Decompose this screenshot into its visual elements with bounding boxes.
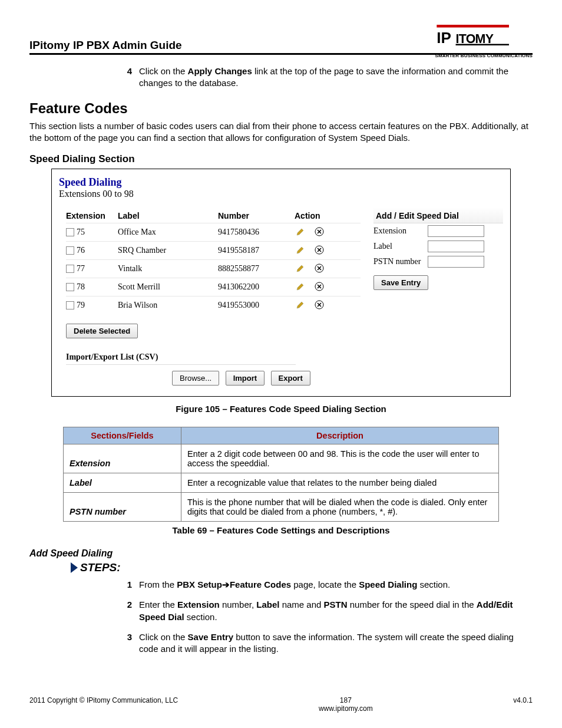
step-number: 1 [112,579,139,591]
doc-title: IPitomy IP PBX Admin Guide [29,39,182,52]
step-body: From the PBX Setup➔Feature Codes page, l… [139,579,533,591]
panel-title: Speed Dialing [59,176,503,189]
footer-copyright: 2011 Copyright © IPitomy Communication, … [29,696,178,713]
cell-number: 9417580436 [218,228,295,237]
step-number: 3 [112,631,139,655]
col-extension: Extension [66,211,118,220]
add-edit-panel: Add / Edit Speed Dial Extension Label PS… [373,207,503,386]
table-header: Extension Label Number Action [66,207,361,223]
row-name: Label [64,473,181,493]
text: Enter the [139,599,177,610]
edit-icon[interactable] [295,226,306,238]
cell-ext: 78 [77,282,85,292]
col-label: Label [118,211,218,220]
step-4: 4 Click on the Apply Changes link at the… [112,65,533,90]
col-action: Action [295,211,336,220]
cell-ext: 79 [77,301,85,310]
text: Click on the [139,632,188,642]
col-number: Number [218,211,295,220]
row-checkbox[interactable] [66,283,74,291]
delete-icon[interactable] [313,299,325,311]
import-button[interactable]: Import [226,371,265,386]
row-checkbox[interactable] [66,265,74,273]
cell-label: Scott Merrill [118,282,218,292]
th-sections: Sections/Fields [64,427,181,444]
page-header: IPitomy IP PBX Admin Guide IP ITOMY SMAR… [29,25,533,55]
bold-text: Label [256,599,279,610]
cell-label: Vintalk [118,264,218,274]
bold-text: Save Entry [188,632,234,642]
arrow-icon: ➔ [222,579,230,589]
bold-text: Speed Dialing [359,579,417,589]
feature-codes-heading: Feature Codes [29,100,533,117]
edit-icon[interactable] [295,262,306,274]
logo-tagline: SMARTER BUSINESS COMMUNICATIONS [435,53,533,58]
delete-icon[interactable] [313,262,325,274]
table-69-caption: Table 69 – Features Code Settings and De… [29,525,533,535]
cell-label: SRQ Chamber [118,246,218,255]
form-label-pstn: PSTN number [373,257,428,266]
delete-selected-button[interactable]: Delete Selected [66,324,138,338]
svg-text:ITOMY: ITOMY [456,32,494,46]
text: section. [417,579,450,589]
browse-button[interactable]: Browse... [172,371,219,386]
row-checkbox[interactable] [66,246,74,255]
step-1: 1 From the PBX Setup➔Feature Codes page,… [112,579,533,591]
table-row: 76 SRQ Chamber 9419558187 [66,241,361,259]
edit-icon[interactable] [295,299,306,311]
import-export-header: Import/Export List (CSV) [66,350,296,365]
figure-105-caption: Figure 105 – Features Code Speed Dialing… [29,404,533,414]
delete-icon[interactable] [313,281,325,292]
table-row: 75 Office Max 9417580436 [66,223,361,241]
step-number: 2 [112,599,139,623]
label-input[interactable] [428,241,484,252]
cell-ext: 77 [77,264,85,274]
text: number for the speed dial in the [348,599,477,610]
speed-dial-list: Extension Label Number Action 75 Office … [59,207,361,386]
cell-ext: 75 [77,228,85,237]
bold-text: Extension [177,599,220,610]
export-button[interactable]: Export [271,371,310,386]
steps-heading: STEPS: [71,561,533,574]
cell-label: Office Max [118,228,218,237]
panel-subtitle: Extensions 00 to 98 [59,189,503,199]
footer-page-number: 187 [178,696,513,704]
delete-icon[interactable] [313,226,325,238]
triangle-icon [71,562,78,573]
cell-label: Bria Wilson [118,301,218,310]
edit-icon[interactable] [295,281,306,292]
row-desc: This is the phone number that will be di… [181,493,499,522]
svg-text:IP: IP [437,29,452,47]
extension-input[interactable] [428,225,484,237]
table-row: 79 Bria Wilson 9419553000 [66,296,361,314]
speed-dialing-heading: Speed Dialing Section [29,153,533,165]
cell-number: 8882558877 [218,264,295,274]
footer-version: v4.0.1 [513,696,533,713]
settings-description-table: Sections/Fields Description Extension En… [63,427,499,522]
row-name: PSTN number [64,493,181,522]
cell-number: 9419558187 [218,246,295,255]
bold-text: Feature Codes [230,579,291,589]
row-checkbox[interactable] [66,301,74,309]
save-entry-button[interactable]: Save Entry [373,275,428,290]
text: section. [184,612,217,622]
logo: IP ITOMY SMARTER BUSINESS COMMUNICATIONS [435,25,533,52]
edit-icon[interactable] [295,244,306,256]
row-desc: Enter a 2 digit code between 00 and 98. … [181,444,499,473]
row-name: Extension [64,444,181,473]
form-label-label: Label [373,242,428,251]
steps-label: STEPS: [80,561,121,574]
table-row: 78 Scott Merrill 9413062200 [66,278,361,296]
cell-number: 9419553000 [218,301,295,310]
text: name and [279,599,323,610]
form-label-extension: Extension [373,226,428,236]
pstn-input[interactable] [428,256,484,268]
th-description: Description [181,427,499,444]
text: page, locate the [291,579,359,589]
text: number, [220,599,257,610]
row-checkbox[interactable] [66,228,74,236]
text: From the [139,579,177,589]
add-speed-dialing-heading: Add Speed Dialing [29,548,533,559]
delete-icon[interactable] [313,244,325,256]
text: Click on the [139,66,188,76]
